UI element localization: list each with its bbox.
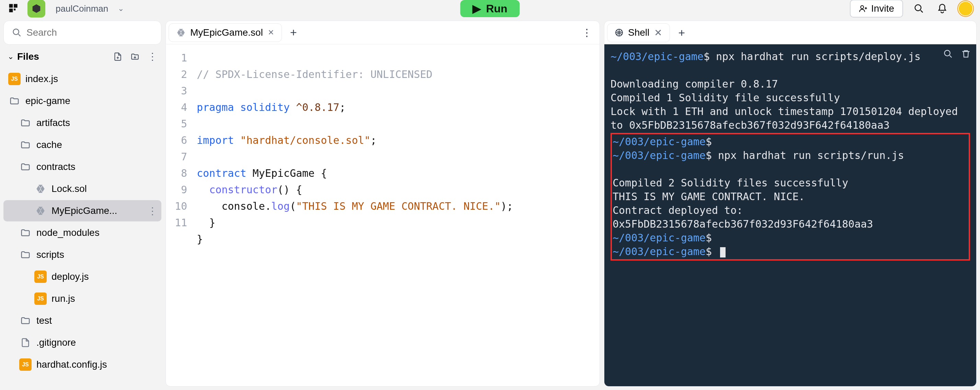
sidebar-item[interactable]: epic-game [3, 90, 161, 111]
file-label: scripts [37, 249, 64, 260]
term-out: $ [706, 135, 712, 148]
sidebar-item[interactable]: JSindex.js [3, 68, 161, 89]
new-file-icon[interactable] [113, 52, 122, 61]
tab-label: MyEpicGame.sol [190, 27, 263, 38]
sidebar-item[interactable]: JSrun.js [3, 288, 161, 309]
file-tree: JSindex.jsepic-gameartifactscachecontrac… [3, 68, 161, 375]
code-tok: log [271, 200, 290, 212]
code-tok: MyEpicGame [253, 167, 315, 179]
new-folder-icon[interactable] [130, 52, 139, 61]
file-label: cache [37, 139, 62, 150]
shell-panel: Shell ✕ + ~/003/epic-game$ npx hardhat r… [604, 21, 977, 387]
file-label: .gitignore [37, 337, 76, 348]
svg-point-5 [915, 5, 921, 11]
code-tok: console [221, 200, 265, 212]
sidebar-item[interactable]: scripts [3, 244, 161, 265]
editor-tab-bar: MyEpicGame.sol ✕ + ⋮ [166, 21, 600, 44]
editor-more-icon[interactable]: ⋮ [577, 26, 597, 38]
bell-icon[interactable] [935, 1, 950, 16]
sidebar-item[interactable]: MyEpicGame...⋮ [3, 200, 161, 221]
add-shell-tab-button[interactable]: + [672, 26, 691, 40]
shell-tab-bar: Shell ✕ + [605, 21, 976, 44]
sidebar-item[interactable]: JSdeploy.js [3, 266, 161, 287]
shell-tab[interactable]: Shell ✕ [607, 23, 670, 42]
svg-point-8 [945, 51, 950, 56]
file-label: epic-game [25, 96, 70, 107]
add-tab-button[interactable]: + [284, 26, 303, 39]
solidity-icon [177, 28, 185, 37]
files-header[interactable]: ⌄ Files ⋮ [3, 49, 161, 64]
invite-button[interactable]: Invite [850, 0, 903, 18]
code-tok: import [197, 134, 234, 146]
term-prompt: ~/003/epic-game [612, 245, 706, 258]
svg-point-4 [861, 5, 864, 9]
app-menu-icon[interactable] [7, 2, 21, 16]
search-input[interactable] [3, 21, 161, 45]
cursor [720, 247, 725, 258]
sidebar-item[interactable]: cache [3, 134, 161, 156]
term-out: $ [706, 232, 712, 244]
term-out: $ [706, 245, 718, 258]
project-logo[interactable] [27, 0, 45, 18]
term-out: Compiled 2 Solidity files successfully [612, 177, 848, 189]
sidebar-item[interactable]: node_modules [3, 222, 161, 244]
editor-tab[interactable]: MyEpicGame.sol ✕ [169, 23, 282, 42]
file-label: hardhat.config.js [37, 359, 107, 370]
file-label: artifacts [37, 118, 70, 128]
sidebar-item[interactable]: JShardhat.config.js [3, 354, 161, 375]
search-field[interactable] [26, 27, 153, 38]
close-icon[interactable]: ✕ [268, 28, 274, 37]
code-tok: solidity [240, 101, 290, 113]
term-prompt: ~/003/epic-game [611, 51, 703, 62]
file-label: deploy.js [51, 271, 89, 282]
sidebar-item[interactable]: .gitignore [3, 332, 161, 353]
play-icon: ▶ [473, 2, 481, 15]
code-tok: { [321, 167, 327, 179]
terminal-tools [943, 49, 971, 59]
close-icon[interactable]: ✕ [654, 27, 662, 38]
term-prompt: ~/003/epic-game [612, 135, 706, 148]
run-label: Run [486, 2, 507, 15]
code-tok: () { [277, 184, 302, 196]
chevron-down-icon[interactable]: ⌄ [118, 4, 124, 13]
sidebar-item[interactable]: contracts [3, 156, 161, 177]
line-gutter: 1234567891011 [166, 44, 194, 386]
terminal[interactable]: ~/003/epic-game$ npx hardhat run scripts… [605, 44, 976, 386]
svg-rect-2 [9, 9, 13, 12]
files-label: Files [17, 51, 105, 62]
search-icon[interactable] [911, 1, 926, 16]
code-line: // SPDX-License-Identifier: UNLICENSED [197, 68, 432, 80]
search-icon [12, 28, 22, 37]
code-editor[interactable]: 1234567891011 // SPDX-License-Identifier… [166, 44, 600, 386]
file-label: test [37, 315, 52, 326]
code-tok: ( [290, 200, 296, 212]
more-icon[interactable]: ⋮ [148, 205, 157, 216]
chevron-down-icon: ⌄ [8, 52, 14, 61]
code-tok: ; [339, 101, 345, 113]
file-label: MyEpicGame... [51, 205, 117, 216]
term-prompt: ~/003/epic-game [612, 232, 706, 244]
code-tok: . [265, 200, 271, 212]
highlight-box: ~/003/epic-game$ ~/003/epic-game$ npx ha… [611, 133, 970, 261]
terminal-search-icon[interactable] [943, 49, 953, 59]
file-label: node_modules [37, 227, 100, 238]
invite-label: Invite [871, 3, 894, 14]
term-out: THIS IS MY GAME CONTRACT. NICE. [612, 191, 805, 202]
run-button[interactable]: ▶ Run [460, 0, 520, 17]
avatar[interactable] [958, 1, 973, 16]
code-tok: constructor [209, 184, 277, 196]
username[interactable]: paulCoinman [56, 3, 108, 14]
sidebar-item[interactable]: artifacts [3, 112, 161, 134]
more-icon[interactable]: ⋮ [148, 51, 157, 62]
svg-rect-1 [14, 4, 18, 8]
term-out: Contract deployed to: 0x5FbDB2315678afec… [612, 204, 873, 230]
trash-icon[interactable] [961, 49, 971, 59]
shell-icon [615, 29, 623, 37]
svg-point-6 [13, 29, 19, 35]
file-label: Lock.sol [51, 183, 87, 194]
file-label: run.js [51, 293, 75, 304]
term-cmd: $ npx hardhat run scripts/deploy.js [703, 51, 921, 62]
sidebar-item[interactable]: test [3, 310, 161, 331]
sidebar-item[interactable]: Lock.sol [3, 178, 161, 199]
add-user-icon [859, 4, 868, 13]
